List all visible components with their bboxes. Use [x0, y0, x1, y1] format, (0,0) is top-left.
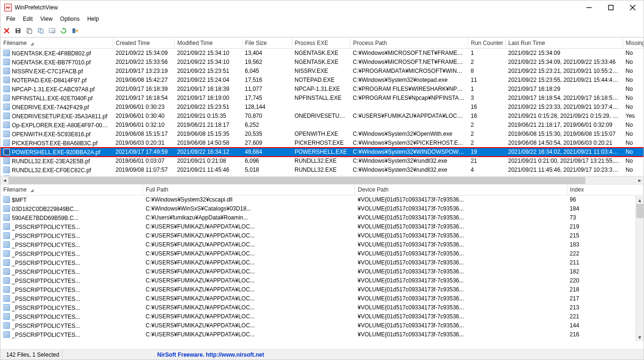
table-row[interactable]: _PSSCRIPTPOLICYTES...C:¥USERS¥FUMIKAZU¥A… — [0, 285, 644, 294]
cell: _PSSCRIPTPOLICYTES... — [0, 231, 143, 240]
cell: No — [623, 139, 644, 148]
table-row[interactable]: PICKERHOST.EXE-B8A68B3C.pf2019/06/03 0:2… — [0, 139, 644, 148]
delete-icon[interactable] — [2, 26, 11, 35]
table-row[interactable]: RUNDLL32.EXE-CF0EC82C.pf2019/09/08 11:07… — [0, 166, 644, 175]
close-button[interactable] — [622, 0, 644, 15]
table-row[interactable]: _PSSCRIPTPOLICYTES...C:¥USERS¥FUMIKAZU¥A… — [0, 267, 644, 276]
cell — [350, 103, 468, 112]
col-full-path[interactable]: Full Path — [143, 184, 355, 195]
col-missing-process[interactable]: Missing Process — [623, 38, 644, 49]
scroll-right-icon[interactable]: ▸ — [635, 176, 644, 184]
file-icon — [3, 196, 10, 203]
table-row[interactable]: NPFINSTALL.EXE-82E7040F.pf2021/09/17 16:… — [0, 94, 644, 103]
table-row[interactable]: _PSSCRIPTPOLICYTES...C:¥USERS¥FUMIKAZU¥A… — [0, 249, 644, 258]
cell: 2021/09/17 16:19:00 — [174, 94, 242, 103]
scroll-down-icon[interactable]: ▾ — [636, 333, 644, 341]
table-row[interactable]: ONEDRIVESETUP.EXE-35A3A811.pf2019/06/01 … — [0, 112, 644, 121]
menu-help[interactable]: Help — [83, 15, 103, 24]
scroll-left-icon[interactable]: ◂ — [0, 176, 9, 184]
cell: ¥VOLUME{01d517c09334173f-7c93536... — [355, 267, 567, 276]
table-row[interactable]: ONEDRIVE.EXE-7A42F429.pf2019/06/01 0:30:… — [0, 103, 644, 112]
files-list[interactable]: Filename◢Full PathDevice PathIndex $MFTC… — [0, 184, 644, 339]
table-row[interactable]: NGENTASK.EXE-4F8BD802.pf2021/09/22 15:34… — [0, 49, 644, 58]
col-file-size[interactable]: File Size — [242, 38, 292, 49]
copy-icon[interactable] — [25, 26, 34, 35]
col-process-path[interactable]: Process Path — [350, 38, 468, 49]
table-row[interactable]: _PSSCRIPTPOLICYTES...C:¥USERS¥FUMIKAZU¥A… — [0, 330, 644, 339]
table-row[interactable]: NISSRV.EXE-C7C1FACB.pf2021/09/17 13:23:1… — [0, 67, 644, 76]
cell: 182 — [567, 267, 643, 276]
col-run-counter[interactable]: Run Counter — [468, 38, 505, 49]
cell: 2021/09/22 15:34:09 — [113, 49, 174, 58]
cell: NOTEPAD.EXE — [292, 76, 350, 85]
cell: _PSSCRIPTPOLICYTES... — [0, 249, 143, 258]
cell: C:¥USERS¥FUMIKAZU¥APPDATA¥LOC... — [143, 330, 355, 339]
table-row[interactable]: NGENTASK.EXE-BB7F7010.pf2021/09/22 15:33… — [0, 58, 644, 67]
table-row[interactable]: _PSSCRIPTPOLICYTES...C:¥USERS¥FUMIKAZU¥A… — [0, 303, 644, 312]
col-process-exe[interactable]: Process EXE — [292, 38, 350, 49]
col-index[interactable]: Index — [567, 184, 643, 195]
find-icon[interactable] — [48, 26, 56, 35]
scroll-up-icon[interactable]: ▴ — [636, 196, 644, 204]
cell: C:¥USERS¥FUMIKAZU¥APPDATA¥LOC... — [143, 258, 355, 267]
table-row[interactable]: 03D182C0DB229849BC...C:¥Windows¥WinSxS¥C… — [0, 204, 644, 213]
prefetch-list[interactable]: Filename◢Created TimeModified TimeFile S… — [0, 38, 644, 176]
exit-icon[interactable] — [71, 26, 79, 35]
cell: 211 — [567, 258, 643, 267]
table-row[interactable]: 590AEE7BDD69B59B.C...C:¥Users¥fumikazu¥A… — [0, 213, 644, 222]
minimize-button[interactable] — [578, 0, 600, 15]
save-icon[interactable] — [14, 26, 22, 35]
cell: ONEDRIVE.EXE-7A42F429.pf — [0, 103, 113, 112]
cell: ¥VOLUME{01d517c09334173f-7c93536... — [355, 321, 567, 330]
cell: C:¥USERS¥FUMIKAZU¥APPDATA¥LOC... — [143, 249, 355, 258]
cell — [292, 121, 350, 130]
cell: No — [623, 148, 644, 157]
col-created-time[interactable]: Created Time — [113, 38, 174, 49]
menu-file[interactable]: File — [2, 15, 19, 24]
col-filename[interactable]: Filename◢ — [0, 38, 113, 49]
titlebar[interactable]: PF WinPrefetchView — [0, 0, 644, 15]
maximize-button[interactable] — [600, 0, 622, 15]
table-row[interactable]: NPCAP-1.31.EXE-CABC97A8.pf2021/09/17 16:… — [0, 85, 644, 94]
cell: 2021/09/17 16:18:39 — [113, 85, 174, 94]
table-row[interactable]: _PSSCRIPTPOLICYTES...C:¥USERS¥FUMIKAZU¥A… — [0, 222, 644, 231]
table-row[interactable]: _PSSCRIPTPOLICYTES...C:¥USERS¥FUMIKAZU¥A… — [0, 231, 644, 240]
cell: 590AEE7BDD69B59B.C... — [0, 213, 143, 222]
cell: 128,144 — [242, 103, 292, 112]
upper-hscrollbar[interactable]: ◂ ▸ — [0, 176, 644, 184]
table-row[interactable]: OPENWITH.EXE-5C93E816.pf2019/06/08 15:15… — [0, 130, 644, 139]
table-row[interactable]: _PSSCRIPTPOLICYTES...C:¥USERS¥FUMIKAZU¥A… — [0, 294, 644, 303]
credit-link[interactable]: NirSoft Freeware. http://www.nirsoft.net — [157, 351, 264, 358]
col-modified-time[interactable]: Modified Time — [174, 38, 242, 49]
properties-icon[interactable] — [36, 26, 45, 35]
table-row[interactable]: RUNDLL32.EXE-23EA2E5B.pf2019/06/01 0:03:… — [0, 157, 644, 166]
table-row[interactable]: _PSSCRIPTPOLICYTES...C:¥USERS¥FUMIKAZU¥A… — [0, 240, 644, 249]
cell: 2 — [468, 121, 505, 130]
menu-view[interactable]: View — [36, 15, 56, 24]
table-row[interactable]: Op-EXPLORER.EXE-A80E4F97-000000F...2019/… — [0, 121, 644, 130]
file-icon — [3, 313, 10, 320]
cell: RUNDLL32.EXE — [292, 157, 350, 166]
table-row[interactable]: _PSSCRIPTPOLICYTES...C:¥USERS¥FUMIKAZU¥A… — [0, 321, 644, 330]
lower-vscrollbar[interactable]: ▴ ▾ — [635, 196, 644, 341]
cell — [350, 121, 468, 130]
col-device-path[interactable]: Device Path — [355, 184, 567, 195]
table-row[interactable]: POWERSHELL.EXE-920BBA2A.pf2021/09/17 17:… — [0, 148, 644, 157]
menu-edit[interactable]: Edit — [19, 15, 36, 24]
col-last-run-time[interactable]: Last Run Time — [505, 38, 623, 49]
cell: 144 — [567, 321, 643, 330]
menu-options[interactable]: Options — [56, 15, 83, 24]
table-row[interactable]: _PSSCRIPTPOLICYTES...C:¥USERS¥FUMIKAZU¥A… — [0, 312, 644, 321]
cell: 215 — [567, 231, 643, 240]
cell: 2021/09/17 16:18:54 — [113, 94, 174, 103]
table-row[interactable]: $MFTC:¥Windows¥System32¥cscapi.dll¥VOLUM… — [0, 195, 644, 204]
table-row[interactable]: _PSSCRIPTPOLICYTES...C:¥USERS¥FUMIKAZU¥A… — [0, 258, 644, 267]
table-row[interactable]: _PSSCRIPTPOLICYTES...C:¥USERS¥FUMIKAZU¥A… — [0, 276, 644, 285]
lower-pane: Filename◢Full PathDevice PathIndex $MFTC… — [0, 184, 644, 349]
col-filename[interactable]: Filename◢ — [0, 184, 143, 195]
table-row[interactable]: NOTEPAD.EXE-D8414F97.pf2019/06/08 15:42:… — [0, 76, 644, 85]
refresh-icon[interactable] — [59, 26, 68, 35]
cell: C:¥Windows¥System32¥WINDOWSPOWERS... — [350, 148, 468, 157]
upper-table-wrap[interactable]: Filename◢Created TimeModified TimeFile S… — [0, 38, 644, 176]
lower-table-wrap[interactable]: Filename◢Full PathDevice PathIndex $MFTC… — [0, 184, 644, 349]
